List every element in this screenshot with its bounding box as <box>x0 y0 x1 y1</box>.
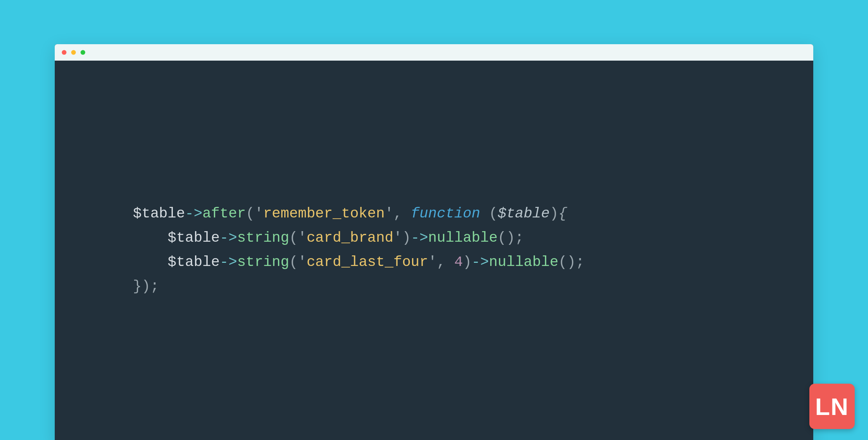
minimize-icon[interactable] <box>71 50 76 55</box>
brand-logo: LN <box>809 384 855 429</box>
code-editor: $table->after('remember_token', function… <box>55 61 813 299</box>
code-window: $table->after('remember_token', function… <box>55 44 813 440</box>
code-line-1: $table->after('remember_token', function… <box>133 205 567 222</box>
brand-logo-text: LN <box>815 393 849 420</box>
window-titlebar <box>55 44 813 61</box>
code-line-2: $table->string('card_brand')->nullable()… <box>133 230 524 246</box>
code-line-3: $table->string('card_last_four', 4)->nul… <box>133 254 585 270</box>
maximize-icon[interactable] <box>81 50 85 55</box>
close-icon[interactable] <box>62 50 66 55</box>
code-line-4: }); <box>133 278 159 295</box>
